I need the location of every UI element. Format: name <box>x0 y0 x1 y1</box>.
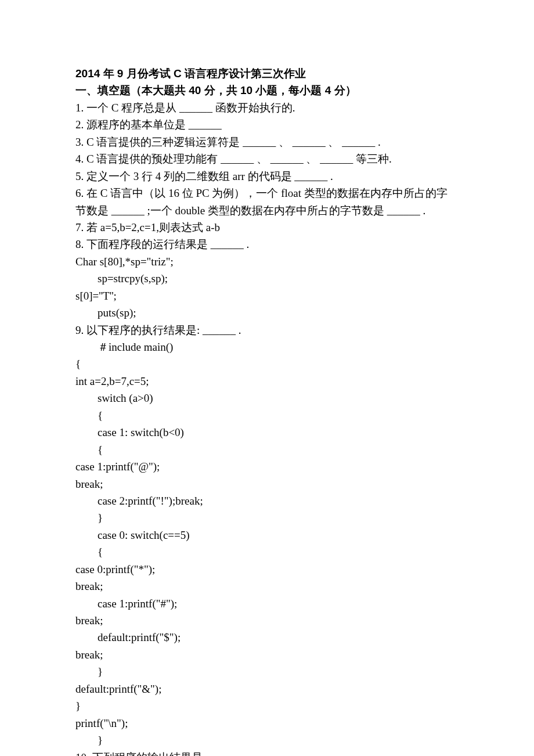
code-line: } <box>75 732 459 748</box>
question-8-head: 8. 下面程序段的运行结果是 ______ . <box>75 236 459 253</box>
document-page: 2014 年 9 月份考试 C 语言程序设计第三次作业 一、填空题（本大题共 4… <box>0 0 534 756</box>
question-9-head: 9. 以下程序的执行结果是: ______ . <box>75 322 459 339</box>
code-line: Char s[80],*sp="triz"; <box>75 253 459 270</box>
page-title: 2014 年 9 月份考试 C 语言程序设计第三次作业 <box>75 65 459 82</box>
code-line: case 1: switch(b<0) <box>75 424 459 441</box>
question-3: 3. C 语言提供的三种逻辑运算符是 ______ 、 ______ 、 ___… <box>75 134 459 150</box>
code-line: int a=2,b=7,c=5; <box>75 373 459 390</box>
code-line: } <box>75 663 459 680</box>
code-line: } <box>75 509 459 526</box>
code-line: default:printf("$"); <box>75 629 459 646</box>
code-line: case 1:printf("@"); <box>75 458 459 475</box>
code-line: { <box>75 543 459 560</box>
question-7: 7. 若 a=5,b=2,c=1,则表达式 a-b <box>75 219 459 236</box>
code-line: case 1:printf("#"); <box>75 595 459 612</box>
code-line: break; <box>75 646 459 663</box>
code-line: case 0: switch(c==5) <box>75 527 459 543</box>
question-5: 5. 定义一个 3 行 4 列的二维数组 arr 的代码是 ______ . <box>75 168 459 185</box>
code-line: ＃include main() <box>75 339 459 355</box>
question-6-line-b: 节数是 ______ ;一个 double 类型的数据在内存中所占的字节数是 _… <box>75 202 459 219</box>
code-line: sp=strcpy(s,sp); <box>75 270 459 287</box>
code-line: s[0]=''T''; <box>75 287 459 304</box>
question-6-line-a: 6. 在 C 语言中（以 16 位 PC 为例），一个 float 类型的数据在… <box>75 185 459 201</box>
question-4: 4. C 语言提供的预处理功能有 ______ 、 ______ 、 _____… <box>75 150 459 167</box>
code-line: switch (a>0) <box>75 390 459 406</box>
code-line: case 0:printf("*"); <box>75 561 459 578</box>
code-line: default:printf("&"); <box>75 681 459 697</box>
code-line: { <box>75 355 459 372</box>
code-line: printf("\n"); <box>75 715 459 732</box>
code-line: break; <box>75 476 459 492</box>
question-1: 1. 一个 C 程序总是从 ______ 函数开始执行的. <box>75 99 459 116</box>
code-line: { <box>75 441 459 458</box>
code-line: case 2:printf("!");break; <box>75 492 459 509</box>
question-10-head: 10. 下列程序的输出结果是 ______ . <box>75 749 459 757</box>
code-line: break; <box>75 578 459 595</box>
code-line: break; <box>75 612 459 629</box>
code-line: puts(sp); <box>75 304 459 321</box>
code-line: { <box>75 407 459 424</box>
code-line: } <box>75 697 459 714</box>
section-heading: 一、填空题（本大题共 40 分，共 10 小题，每小题 4 分） <box>75 82 459 99</box>
question-2: 2. 源程序的基本单位是 ______ <box>75 116 459 133</box>
